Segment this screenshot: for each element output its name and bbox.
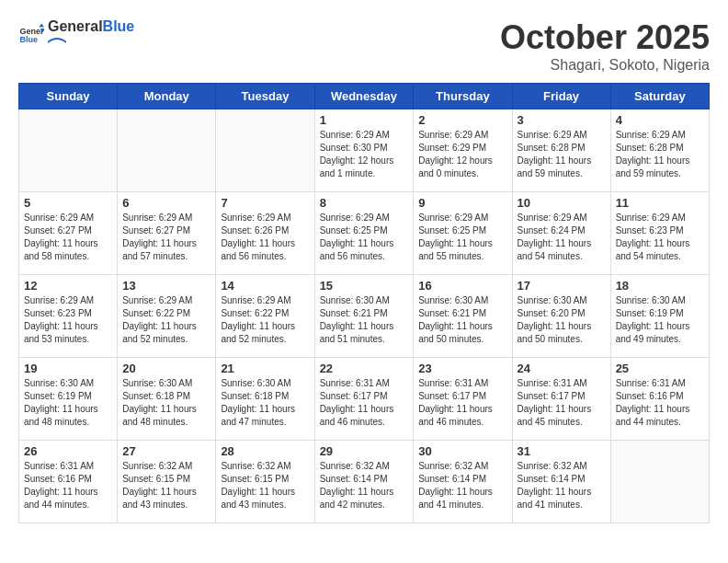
svg-text:General: General bbox=[19, 27, 44, 36]
cell-info: Sunrise: 6:30 AM Sunset: 6:19 PM Dayligh… bbox=[24, 377, 112, 429]
weekday-header-friday: Friday bbox=[512, 84, 610, 109]
day-number: 28 bbox=[221, 444, 309, 458]
svg-marker-2 bbox=[39, 23, 44, 27]
calendar-cell: 9Sunrise: 6:29 AM Sunset: 6:25 PM Daylig… bbox=[414, 192, 512, 275]
cell-info: Sunrise: 6:32 AM Sunset: 6:14 PM Dayligh… bbox=[320, 460, 409, 511]
calendar-cell: 13Sunrise: 6:29 AM Sunset: 6:22 PM Dayli… bbox=[118, 275, 216, 358]
day-number: 7 bbox=[221, 196, 309, 210]
weekday-header-saturday: Saturday bbox=[610, 84, 709, 109]
day-number: 20 bbox=[122, 362, 210, 375]
calendar-cell: 12Sunrise: 6:29 AM Sunset: 6:23 PM Dayli… bbox=[19, 275, 118, 358]
cell-info: Sunrise: 6:32 AM Sunset: 6:14 PM Dayligh… bbox=[518, 460, 606, 511]
day-number: 23 bbox=[418, 362, 506, 375]
cell-info: Sunrise: 6:30 AM Sunset: 6:20 PM Dayligh… bbox=[518, 294, 606, 346]
logo-icon: General Blue bbox=[18, 22, 44, 48]
day-number: 17 bbox=[518, 279, 606, 293]
svg-text:Blue: Blue bbox=[19, 35, 38, 44]
week-row-1: 5Sunrise: 6:29 AM Sunset: 6:27 PM Daylig… bbox=[19, 192, 710, 275]
calendar-cell: 20Sunrise: 6:30 AM Sunset: 6:18 PM Dayli… bbox=[118, 358, 216, 441]
cell-info: Sunrise: 6:29 AM Sunset: 6:26 PM Dayligh… bbox=[221, 212, 309, 263]
day-number: 31 bbox=[518, 444, 606, 458]
day-number: 8 bbox=[320, 196, 409, 210]
header: General Blue GeneralBlue October 2025 Sh… bbox=[18, 18, 710, 74]
day-number: 27 bbox=[122, 444, 210, 458]
day-number: 30 bbox=[418, 444, 506, 458]
calendar-cell bbox=[610, 441, 709, 523]
calendar-cell: 11Sunrise: 6:29 AM Sunset: 6:23 PM Dayli… bbox=[610, 192, 709, 275]
calendar-cell: 17Sunrise: 6:30 AM Sunset: 6:20 PM Dayli… bbox=[512, 275, 610, 358]
weekday-header-tuesday: Tuesday bbox=[216, 84, 314, 109]
weekday-header-thursday: Thursday bbox=[414, 84, 512, 109]
cell-info: Sunrise: 6:29 AM Sunset: 6:23 PM Dayligh… bbox=[616, 212, 704, 263]
calendar-cell: 8Sunrise: 6:29 AM Sunset: 6:25 PM Daylig… bbox=[314, 192, 414, 275]
cell-info: Sunrise: 6:30 AM Sunset: 6:21 PM Dayligh… bbox=[418, 294, 506, 346]
logo-general: General bbox=[48, 18, 103, 35]
calendar-cell: 4Sunrise: 6:29 AM Sunset: 6:28 PM Daylig… bbox=[610, 109, 709, 192]
day-number: 12 bbox=[24, 279, 112, 293]
cell-info: Sunrise: 6:29 AM Sunset: 6:23 PM Dayligh… bbox=[24, 294, 112, 346]
calendar-cell: 10Sunrise: 6:29 AM Sunset: 6:24 PM Dayli… bbox=[512, 192, 610, 275]
calendar-cell: 19Sunrise: 6:30 AM Sunset: 6:19 PM Dayli… bbox=[19, 358, 118, 441]
calendar-cell: 7Sunrise: 6:29 AM Sunset: 6:26 PM Daylig… bbox=[216, 192, 314, 275]
calendar-cell: 24Sunrise: 6:31 AM Sunset: 6:17 PM Dayli… bbox=[512, 358, 610, 441]
cell-info: Sunrise: 6:29 AM Sunset: 6:28 PM Dayligh… bbox=[518, 129, 606, 180]
cell-info: Sunrise: 6:29 AM Sunset: 6:22 PM Dayligh… bbox=[221, 294, 309, 346]
logo: General Blue GeneralBlue bbox=[18, 18, 134, 52]
day-number: 26 bbox=[24, 444, 112, 458]
location-subtitle: Shagari, Sokoto, Nigeria bbox=[500, 57, 710, 74]
title-section: October 2025 Shagari, Sokoto, Nigeria bbox=[500, 18, 710, 74]
cell-info: Sunrise: 6:31 AM Sunset: 6:17 PM Dayligh… bbox=[320, 377, 409, 429]
calendar-cell: 30Sunrise: 6:32 AM Sunset: 6:14 PM Dayli… bbox=[414, 441, 512, 523]
calendar-cell: 5Sunrise: 6:29 AM Sunset: 6:27 PM Daylig… bbox=[19, 192, 118, 275]
calendar-cell: 28Sunrise: 6:32 AM Sunset: 6:15 PM Dayli… bbox=[216, 441, 314, 523]
day-number: 29 bbox=[320, 444, 409, 458]
week-row-0: 1Sunrise: 6:29 AM Sunset: 6:30 PM Daylig… bbox=[19, 109, 710, 192]
cell-info: Sunrise: 6:29 AM Sunset: 6:25 PM Dayligh… bbox=[418, 212, 506, 263]
day-number: 24 bbox=[518, 362, 606, 375]
day-number: 6 bbox=[122, 196, 210, 210]
cell-info: Sunrise: 6:29 AM Sunset: 6:25 PM Dayligh… bbox=[320, 212, 409, 263]
day-number: 21 bbox=[221, 362, 309, 375]
day-number: 2 bbox=[418, 113, 506, 127]
calendar-cell: 26Sunrise: 6:31 AM Sunset: 6:16 PM Dayli… bbox=[19, 441, 118, 523]
day-number: 15 bbox=[320, 279, 409, 293]
cell-info: Sunrise: 6:29 AM Sunset: 6:22 PM Dayligh… bbox=[122, 294, 210, 346]
calendar-cell bbox=[19, 109, 118, 192]
cell-info: Sunrise: 6:31 AM Sunset: 6:16 PM Dayligh… bbox=[616, 377, 704, 429]
cell-info: Sunrise: 6:30 AM Sunset: 6:19 PM Dayligh… bbox=[616, 294, 704, 346]
day-number: 14 bbox=[221, 279, 309, 293]
calendar-cell: 14Sunrise: 6:29 AM Sunset: 6:22 PM Dayli… bbox=[216, 275, 314, 358]
cell-info: Sunrise: 6:29 AM Sunset: 6:27 PM Dayligh… bbox=[24, 212, 112, 263]
day-number: 13 bbox=[122, 279, 210, 293]
weekday-header-monday: Monday bbox=[118, 84, 216, 109]
logo-blue: Blue bbox=[103, 18, 135, 35]
week-row-4: 26Sunrise: 6:31 AM Sunset: 6:16 PM Dayli… bbox=[19, 441, 710, 523]
calendar-cell: 16Sunrise: 6:30 AM Sunset: 6:21 PM Dayli… bbox=[414, 275, 512, 358]
calendar-cell: 6Sunrise: 6:29 AM Sunset: 6:27 PM Daylig… bbox=[118, 192, 216, 275]
calendar-cell: 25Sunrise: 6:31 AM Sunset: 6:16 PM Dayli… bbox=[610, 358, 709, 441]
cell-info: Sunrise: 6:29 AM Sunset: 6:29 PM Dayligh… bbox=[418, 129, 506, 180]
day-number: 3 bbox=[518, 113, 606, 127]
weekday-header-wednesday: Wednesday bbox=[314, 84, 414, 109]
day-number: 18 bbox=[616, 279, 704, 293]
weekday-header-row: SundayMondayTuesdayWednesdayThursdayFrid… bbox=[19, 84, 710, 109]
cell-info: Sunrise: 6:30 AM Sunset: 6:18 PM Dayligh… bbox=[221, 377, 309, 429]
logo-swoosh bbox=[48, 37, 66, 48]
cell-info: Sunrise: 6:29 AM Sunset: 6:28 PM Dayligh… bbox=[616, 129, 704, 180]
calendar-cell: 22Sunrise: 6:31 AM Sunset: 6:17 PM Dayli… bbox=[314, 358, 414, 441]
cell-info: Sunrise: 6:29 AM Sunset: 6:30 PM Dayligh… bbox=[320, 129, 409, 180]
cell-info: Sunrise: 6:32 AM Sunset: 6:15 PM Dayligh… bbox=[122, 460, 210, 511]
cell-info: Sunrise: 6:29 AM Sunset: 6:24 PM Dayligh… bbox=[518, 212, 606, 263]
day-number: 25 bbox=[616, 362, 704, 375]
calendar-cell: 3Sunrise: 6:29 AM Sunset: 6:28 PM Daylig… bbox=[512, 109, 610, 192]
cell-info: Sunrise: 6:31 AM Sunset: 6:17 PM Dayligh… bbox=[518, 377, 606, 429]
calendar-cell bbox=[216, 109, 314, 192]
calendar-cell: 27Sunrise: 6:32 AM Sunset: 6:15 PM Dayli… bbox=[118, 441, 216, 523]
cell-info: Sunrise: 6:31 AM Sunset: 6:16 PM Dayligh… bbox=[24, 460, 112, 511]
day-number: 22 bbox=[320, 362, 409, 375]
weekday-header-sunday: Sunday bbox=[19, 84, 118, 109]
calendar-cell: 31Sunrise: 6:32 AM Sunset: 6:14 PM Dayli… bbox=[512, 441, 610, 523]
calendar-cell: 18Sunrise: 6:30 AM Sunset: 6:19 PM Dayli… bbox=[610, 275, 709, 358]
day-number: 11 bbox=[616, 196, 704, 210]
calendar-table: SundayMondayTuesdayWednesdayThursdayFrid… bbox=[18, 83, 710, 523]
